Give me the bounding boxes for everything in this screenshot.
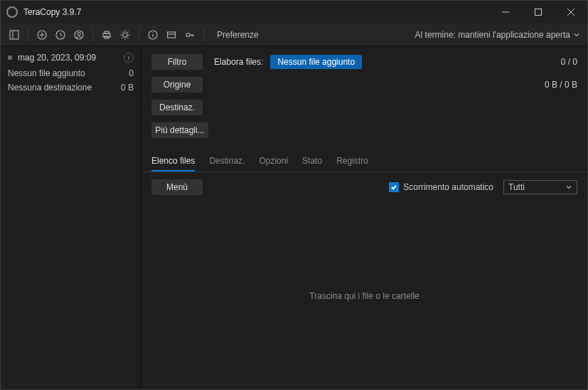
add-icon[interactable]	[33, 26, 51, 44]
minimize-button[interactable]	[489, 1, 522, 23]
history-entry[interactable]: mag 20, 2023, 09:09	[1, 49, 141, 66]
history-timestamp: mag 20, 2023, 09:09	[18, 53, 124, 63]
menu-button[interactable]: Menù	[151, 179, 203, 195]
filter-dropdown-value: Tutti	[508, 182, 525, 192]
pending-status-icon	[124, 53, 134, 63]
destination-button[interactable]: Destinaz.	[151, 100, 203, 115]
print-icon[interactable]	[97, 26, 116, 44]
card-icon[interactable]	[162, 26, 181, 44]
history-dest-value: 0 B	[121, 83, 134, 93]
maximize-button[interactable]	[522, 1, 555, 23]
autoscroll-checkbox[interactable]: Scorrimento automatico	[389, 182, 493, 192]
on-finish-dropdown[interactable]: Al termine: mantieni l'applicazione aper…	[415, 30, 580, 40]
svg-rect-15	[105, 31, 109, 33]
chevron-down-icon	[565, 184, 572, 191]
tab-state[interactable]: Stato	[302, 152, 322, 172]
file-count: 0 / 0	[561, 57, 577, 67]
history-files-label: Nessun file aggiunto	[8, 68, 85, 78]
files-badge[interactable]: Nessun file aggiunto	[270, 55, 362, 69]
window-controls	[489, 1, 587, 23]
title-bar: TeraCopy 3.9.7	[1, 1, 587, 23]
svg-line-22	[122, 31, 122, 32]
job-status-dot-icon	[8, 56, 12, 60]
window-title: TeraCopy 3.9.7	[23, 7, 489, 17]
svg-line-23	[127, 37, 128, 38]
drop-area[interactable]: Trascina qui i file o le cartelle	[141, 202, 587, 389]
svg-line-24	[122, 37, 122, 38]
tab-files[interactable]: Elenco files	[151, 152, 195, 172]
svg-point-31	[186, 33, 190, 36]
svg-line-25	[127, 31, 128, 32]
main-panel: Filtro Elabora files: Nessun file aggiun…	[141, 46, 587, 389]
user-icon[interactable]	[70, 26, 88, 44]
toolbar: Preferenze Al termine: mantieni l'applic…	[1, 23, 587, 46]
tab-log[interactable]: Registro	[336, 152, 368, 172]
history-dest-label: Nessuna destinazione	[8, 83, 92, 93]
svg-point-17	[123, 33, 127, 37]
chevron-down-icon	[573, 31, 580, 38]
svg-rect-4	[10, 31, 18, 39]
more-details-button[interactable]: Più dettagli...	[151, 122, 208, 138]
tab-destination[interactable]: Destinaz.	[209, 152, 245, 172]
autoscroll-label: Scorrimento automatico	[403, 182, 493, 192]
svg-rect-29	[168, 32, 176, 38]
history-files-value: 0	[129, 68, 134, 78]
close-button[interactable]	[555, 1, 587, 23]
size-count: 0 B / 0 B	[545, 80, 577, 90]
svg-point-13	[77, 32, 80, 35]
tab-options[interactable]: Opzioni	[259, 152, 288, 172]
filter-button[interactable]: Filtro	[151, 54, 203, 70]
app-logo-icon	[6, 6, 18, 18]
checkbox-checked-icon	[389, 182, 399, 192]
svg-rect-1	[535, 9, 542, 16]
source-button[interactable]: Origine	[151, 77, 203, 93]
process-label: Elabora files:	[214, 57, 263, 67]
filter-dropdown[interactable]: Tutti	[503, 180, 577, 194]
history-icon[interactable]	[51, 26, 70, 44]
sidebar: mag 20, 2023, 09:09 Nessun file aggiunto…	[1, 46, 141, 389]
history-files-line: Nessun file aggiunto 0	[1, 66, 141, 80]
history-dest-line: Nessuna destinazione 0 B	[1, 80, 141, 95]
tabs: Elenco files Destinaz. Opzioni Stato Reg…	[141, 152, 587, 172]
svg-point-28	[152, 32, 153, 33]
svg-line-11	[60, 35, 63, 36]
info-icon[interactable]	[144, 26, 162, 44]
prefs-label[interactable]: Preferenze	[217, 30, 259, 40]
panel-toggle-icon[interactable]	[5, 26, 23, 44]
drop-hint: Trascina qui i file o le cartelle	[309, 291, 419, 301]
gear-icon[interactable]	[116, 26, 134, 44]
key-icon[interactable]	[181, 26, 199, 44]
on-finish-label: Al termine: mantieni l'applicazione aper…	[415, 30, 570, 40]
